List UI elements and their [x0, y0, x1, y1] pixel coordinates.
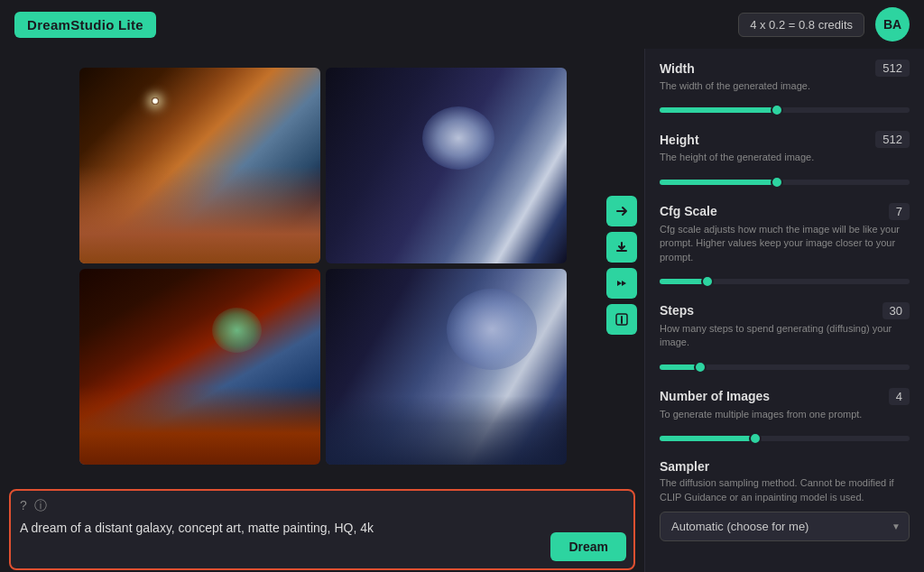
num-images-header: Number of Images 4	[660, 388, 910, 405]
cfg-scale-label: Cfg Scale	[660, 204, 717, 218]
cfg-scale-header: Cfg Scale 7	[660, 203, 910, 220]
cfg-scale-description: Cfg scale adjusts how much the image wil…	[660, 223, 910, 264]
cfg-scale-value: 7	[889, 203, 910, 220]
steps-setting: Steps 30 How many steps to spend generat…	[660, 302, 910, 374]
width-header: Width 512	[660, 60, 910, 77]
width-value: 512	[875, 60, 910, 77]
credits-value: 4 x 0.2 = 0.8	[750, 18, 815, 32]
height-description: The height of the generated image.	[660, 151, 910, 164]
steps-description: How many steps to spend generating (diff…	[660, 322, 910, 350]
prompt-top-row: ? ⓘ	[20, 498, 624, 514]
cfg-scale-slider[interactable]	[660, 279, 910, 284]
num-images-label: Number of Images	[660, 389, 770, 403]
height-setting: Height 512 The height of the generated i…	[660, 131, 910, 188]
dream-button[interactable]: Dream	[550, 532, 626, 561]
steps-value: 30	[882, 302, 910, 319]
avatar[interactable]: BA	[875, 7, 910, 42]
cfg-scale-setting: Cfg Scale 7 Cfg scale adjusts how much t…	[660, 203, 910, 288]
generated-image-2[interactable]	[326, 68, 567, 263]
sampler-label: Sampler	[660, 459, 709, 474]
info-circle-icon[interactable]: ⓘ	[34, 498, 47, 514]
generated-image-1[interactable]	[79, 68, 320, 263]
prompt-input[interactable]	[20, 520, 624, 555]
download-button[interactable]	[606, 232, 637, 263]
width-label: Width	[660, 61, 695, 76]
num-images-value: 4	[889, 388, 910, 405]
num-images-setting: Number of Images 4 To generate multiple …	[660, 388, 910, 445]
center-panel: ? ⓘ Dream	[0, 49, 644, 572]
steps-slider[interactable]	[660, 364, 910, 370]
height-slider[interactable]	[660, 180, 910, 185]
logo-button[interactable]: DreamStudio Lite	[14, 12, 156, 38]
info-button[interactable]	[606, 304, 637, 335]
sampler-setting: Sampler The diffusion sampling method. C…	[660, 459, 910, 541]
main-layout: ? ⓘ Dream Width 512 The width of the gen…	[0, 49, 924, 572]
export-button[interactable]	[606, 196, 637, 226]
sampler-select[interactable]: Automatic (choose for me) K_DPM_2_ANCEST…	[660, 512, 910, 541]
height-label: Height	[660, 133, 699, 147]
prompt-area: ? ⓘ Dream	[0, 482, 644, 572]
num-images-slider[interactable]	[660, 436, 910, 441]
prompt-bottom-row: Dream	[550, 532, 626, 561]
height-value: 512	[875, 131, 910, 148]
image-toolbar	[606, 196, 637, 335]
generated-image-4[interactable]	[326, 269, 567, 465]
image-grid-wrapper	[0, 49, 644, 482]
steps-label: Steps	[660, 303, 694, 318]
prompt-input-row	[20, 520, 624, 555]
steps-header: Steps 30	[660, 302, 910, 319]
header: DreamStudio Lite 4 x 0.2 = 0.8 credits B…	[0, 0, 924, 49]
width-slider[interactable]	[660, 107, 910, 113]
sampler-select-wrapper: Automatic (choose for me) K_DPM_2_ANCEST…	[660, 512, 910, 541]
right-sidebar: Width 512 The width of the generated ima…	[644, 49, 924, 572]
num-images-description: To generate multiple images from one pro…	[660, 408, 910, 421]
sampler-header: Sampler	[660, 459, 910, 474]
help-icon[interactable]: ?	[20, 498, 27, 514]
credits-area: 4 x 0.2 = 0.8 credits BA	[738, 7, 910, 42]
sampler-description: The diffusion sampling method. Cannot be…	[660, 476, 910, 504]
generated-image-3[interactable]	[79, 269, 320, 465]
prompt-box: ? ⓘ Dream	[9, 489, 635, 570]
height-header: Height 512	[660, 131, 910, 148]
width-description: The width of the generated image.	[660, 79, 910, 93]
width-setting: Width 512 The width of the generated ima…	[660, 60, 910, 116]
rewind-button[interactable]	[606, 268, 637, 299]
image-grid	[79, 68, 567, 465]
credits-display: 4 x 0.2 = 0.8 credits	[738, 13, 864, 37]
credits-label: credits	[818, 18, 853, 32]
